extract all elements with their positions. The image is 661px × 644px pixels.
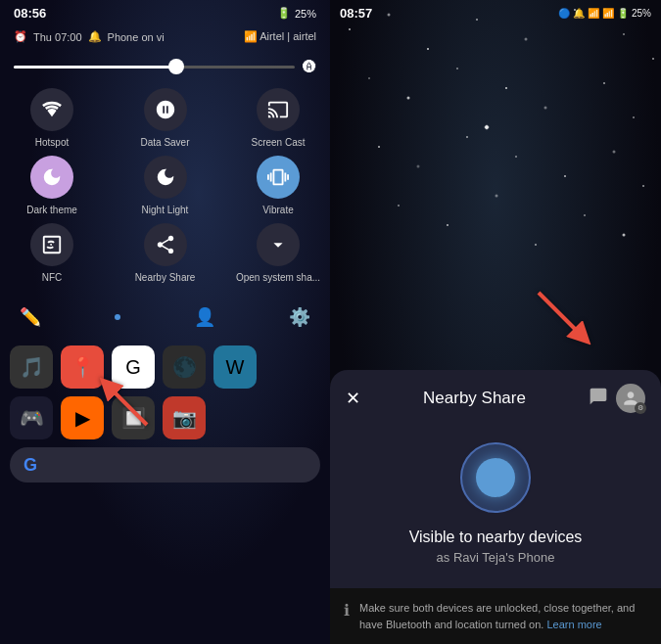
opensystem-icon-wrap — [257, 223, 300, 266]
nearby-learn-more-link[interactable]: Learn more — [546, 619, 601, 630]
battery-pct-right: 25% — [632, 8, 651, 19]
svg-point-17 — [378, 146, 380, 148]
nearby-circle — [460, 442, 531, 513]
svg-point-10 — [368, 77, 370, 79]
nearby-header: ✕ Nearby Share ⚙ — [330, 370, 661, 423]
nfc-label: NFC — [42, 272, 63, 283]
app-icon-5[interactable]: 🎮 — [10, 396, 53, 439]
svg-point-4 — [427, 48, 429, 50]
nearby-info-bar: ℹ Make sure both devices are unlocked, c… — [330, 588, 661, 644]
datasaver-icon-wrap — [144, 88, 187, 131]
hotspot-label: Hotspot — [35, 137, 69, 148]
svg-point-15 — [603, 82, 605, 84]
svg-point-23 — [642, 185, 644, 187]
brightness-thumb — [168, 59, 184, 74]
left-arrow-overlay — [88, 366, 157, 438]
qs-tile-nfc[interactable]: NFC — [8, 223, 96, 283]
alarm-icon: ⏰ — [14, 30, 27, 43]
nearby-info-icon: ℹ — [344, 601, 350, 620]
nearby-header-icons: ⚙ — [589, 384, 645, 413]
right-status-icons: 🔵 🔔 📶 📶 🔋 25% — [558, 8, 651, 19]
nearby-device-name: as Ravi Teja's Phone — [437, 550, 555, 565]
darktheme-label: Dark theme — [26, 205, 77, 215]
nearby-close-button[interactable]: ✕ — [346, 388, 360, 409]
signal-icon: 📶 — [244, 30, 258, 42]
qs-tile-screencast[interactable]: Screen Cast — [234, 88, 322, 148]
nearby-title: Nearby Share — [423, 389, 526, 408]
avatar-container: ⚙ — [616, 384, 645, 413]
notif-vol-icon: 🔔 — [88, 30, 102, 43]
app-icon-cam[interactable]: 📷 — [163, 396, 206, 439]
auto-brightness-icon: 🅐 — [303, 59, 316, 74]
left-time: 08:56 — [14, 6, 46, 21]
svg-point-25 — [447, 224, 449, 226]
notif-time: Thu 07:00 — [33, 31, 82, 43]
hotspot-icon-wrap — [30, 88, 73, 131]
stars-bg — [330, 0, 661, 372]
qs-tile-hotspot[interactable]: Hotspot — [8, 88, 96, 148]
notif-left: ⏰ Thu 07:00 🔔 Phone on vi — [14, 30, 165, 43]
person-icon[interactable]: 👤 — [194, 306, 215, 328]
nfc-icon-wrap — [30, 223, 73, 266]
nightlight-label: Night Light — [142, 205, 189, 215]
qs-tile-nearbyshare[interactable]: Nearby Share — [121, 223, 210, 283]
svg-point-18 — [417, 165, 420, 168]
svg-point-27 — [535, 244, 537, 246]
right-arrow-overlay — [524, 278, 602, 360]
vibrate-icon-wrap — [257, 156, 300, 199]
qs-row-2: Dark theme Night Light Vibrate — [8, 156, 322, 215]
nearby-chat-icon[interactable] — [589, 387, 608, 411]
svg-line-1 — [108, 386, 147, 425]
nightlight-icon-wrap — [144, 156, 187, 199]
svg-point-28 — [584, 214, 586, 216]
bottom-bar: ✏️ 👤 ⚙️ — [0, 299, 330, 336]
vibrate-label: Vibrate — [262, 205, 294, 215]
svg-point-14 — [544, 107, 547, 110]
vol-icon: 🔔 — [573, 8, 585, 19]
svg-point-6 — [525, 38, 528, 41]
svg-point-12 — [456, 68, 458, 69]
app-icon-wp[interactable]: W — [213, 345, 257, 389]
edit-icon[interactable]: ✏️ — [20, 306, 41, 328]
svg-line-34 — [539, 293, 583, 337]
opensystem-label: Open system sha... — [236, 272, 320, 283]
left-panel: 08:56 🔋 25% ⏰ Thu 07:00 🔔 Phone on vi 📶 … — [0, 0, 330, 644]
svg-point-21 — [564, 175, 566, 177]
bt-icon: 🔵 — [558, 8, 570, 19]
svg-point-16 — [633, 116, 635, 118]
wifi-icon: 📶 — [588, 8, 599, 19]
svg-point-13 — [505, 87, 507, 89]
battery-icon-right: 🔋 — [617, 8, 629, 19]
brightness-slider[interactable] — [14, 66, 295, 69]
google-g: G — [24, 455, 37, 476]
qs-row-3: NFC Nearby Share Open system sha... — [8, 223, 322, 283]
screencast-icon-wrap — [257, 88, 300, 131]
svg-point-20 — [515, 156, 517, 158]
svg-point-19 — [466, 136, 468, 138]
nearby-visible-text: Visible to nearby devices — [409, 529, 583, 546]
qs-tile-darktheme[interactable]: Dark theme — [8, 156, 96, 215]
svg-point-9 — [652, 58, 654, 60]
qs-tile-opensystem[interactable]: Open system sha... — [234, 223, 322, 283]
datasaver-label: Data Saver — [140, 137, 189, 148]
quick-settings: Hotspot Data Saver Screen Cast — [0, 84, 330, 295]
app-icon-1[interactable]: 🎵 — [10, 345, 53, 389]
avatar-settings-badge: ⚙ — [635, 402, 646, 414]
app-row-2: 🎮 ▶ 🔲 📷 — [10, 396, 320, 439]
nearby-info-text: Make sure both devices are unlocked, clo… — [359, 600, 647, 632]
svg-point-8 — [623, 33, 625, 35]
notification-area: ⏰ Thu 07:00 🔔 Phone on vi 📶 Airtel | air… — [0, 24, 330, 55]
qs-tile-datasaver[interactable]: Data Saver — [121, 88, 210, 148]
left-status-right: 🔋 25% — [277, 7, 316, 20]
screencast-label: Screen Cast — [251, 137, 305, 148]
qs-tile-nightlight[interactable]: Night Light — [121, 156, 210, 215]
search-bar[interactable]: G — [10, 447, 320, 483]
left-battery-icon: 🔋 — [277, 7, 291, 20]
settings-icon[interactable]: ⚙️ — [289, 306, 310, 328]
app-icons-area: 🎵 📍 G 🌑 W 🎮 ▶ 🔲 📷 — [0, 336, 330, 439]
status-bar-right: 08:57 🔵 🔔 📶 📶 🔋 25% — [330, 0, 661, 24]
app-icon-dark[interactable]: 🌑 — [163, 345, 206, 389]
qs-tile-vibrate[interactable]: Vibrate — [234, 156, 322, 215]
left-battery-pct: 25% — [295, 8, 316, 20]
signal-icon-right: 📶 — [602, 8, 614, 19]
